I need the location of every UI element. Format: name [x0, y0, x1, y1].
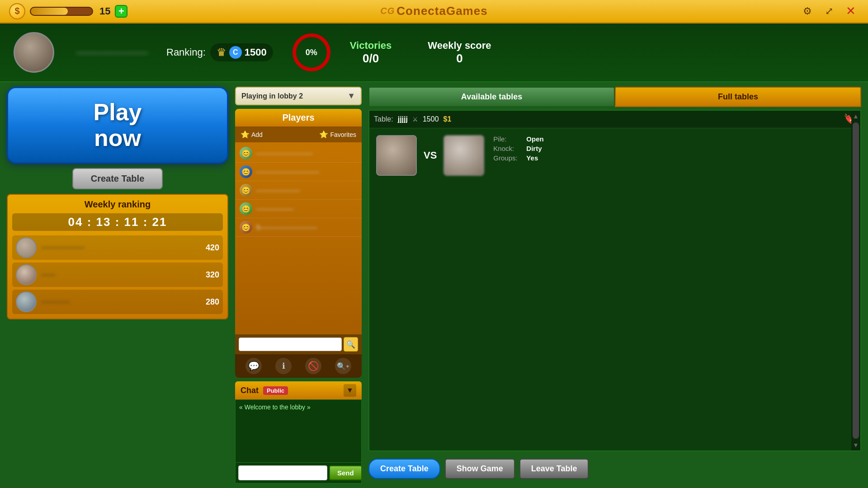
- block-action-button[interactable]: 🚫: [305, 358, 321, 374]
- players-vs: VS: [376, 135, 484, 176]
- table-name: jjjjj: [398, 115, 408, 123]
- create-table-bottom-button[interactable]: Create Table: [368, 459, 440, 479]
- ranking-badge: ♛ C 1500: [210, 43, 273, 61]
- table-scrollbar: ▲ ▼: [851, 111, 860, 450]
- ranking-name-2: ——: [41, 271, 201, 279]
- rank-score: 1500: [245, 47, 267, 58]
- player-list-avatar: 😊: [240, 165, 252, 178]
- chat-input[interactable]: [238, 465, 327, 480]
- knock-label: Knock:: [493, 145, 523, 152]
- player-list-name: ——————: [256, 205, 294, 212]
- close-button[interactable]: ✕: [843, 3, 859, 19]
- play-now-button[interactable]: Play now: [7, 87, 228, 164]
- chat-panel: Chat Public ▼ « Welcome to the lobby » S…: [235, 381, 362, 483]
- play-now-text: Play now: [94, 99, 142, 151]
- lobby-selector[interactable]: Playing in lobby 2 ▼: [235, 87, 362, 105]
- logo-text: ConectaGames: [396, 4, 487, 18]
- players-list: 😊 ————————— 😊 —————————— 😊 ——————— 😊 ———…: [235, 142, 362, 334]
- ranking-name-3: ————: [41, 298, 201, 306]
- table-label: Table:: [374, 115, 393, 123]
- ranking-item: ———— 280: [12, 290, 223, 314]
- players-title: Players: [235, 109, 362, 127]
- chat-dropdown-button[interactable]: ▼: [344, 384, 356, 397]
- tab-available-tables[interactable]: Available tables: [368, 87, 615, 107]
- tab-favorites-label: Favorites: [330, 131, 356, 138]
- coin-bar: [30, 7, 93, 16]
- weekly-ranking-title: Weekly ranking: [12, 199, 223, 210]
- player-list-avatar: 😊: [240, 221, 252, 234]
- favorites-star-icon: ⭐: [319, 130, 328, 139]
- groups-label: Groups:: [493, 154, 523, 162]
- tab-favorites[interactable]: ⭐ Favorites: [317, 129, 358, 140]
- top-bar-left: $ 15 +: [9, 3, 127, 19]
- chat-public-badge: Public: [263, 386, 288, 395]
- table-bottom-buttons: Create Table Show Game Leave Table: [368, 454, 861, 483]
- table-info-groups: Groups: Yes: [493, 154, 543, 162]
- victories-label: Victories: [350, 40, 392, 52]
- search-button[interactable]: 🔍: [344, 337, 358, 352]
- ranking-name-1: ——————: [41, 244, 201, 252]
- table-info-pile: Pile: Open: [493, 135, 543, 143]
- progress-circle-container: 0%: [291, 32, 332, 73]
- show-game-button[interactable]: Show Game: [445, 459, 515, 479]
- list-item: 😊 ———————: [235, 181, 362, 200]
- tab-add-label: Add: [251, 131, 263, 138]
- right-panel: Available tables Full tables Table: jjjj…: [368, 87, 861, 483]
- ranking-item: —— 320: [12, 263, 223, 287]
- add-coins-button[interactable]: +: [115, 5, 127, 18]
- chat-header: Chat Public ▼: [235, 381, 362, 399]
- pile-label: Pile:: [493, 135, 523, 143]
- create-table-button-left[interactable]: Create Table: [72, 168, 163, 189]
- pile-value: Open: [526, 135, 543, 143]
- table-player-avatar-1: [376, 135, 417, 176]
- ranking-score-3: 280: [206, 297, 219, 307]
- settings-button[interactable]: ⚙: [799, 3, 816, 19]
- weekly-ranking-panel: Weekly ranking 04 : 13 : 11 : 21 —————— …: [7, 194, 228, 319]
- chat-body: « Welcome to the lobby »: [235, 399, 362, 463]
- info-action-button[interactable]: ℹ: [275, 358, 292, 374]
- countdown-timer: 04 : 13 : 11 : 21: [12, 213, 223, 231]
- search-input[interactable]: [239, 338, 342, 351]
- top-right-icons: ⚙ ⤢ ✕: [799, 3, 859, 19]
- leave-table-button[interactable]: Leave Table: [519, 459, 589, 479]
- ranking-avatar-1: [16, 237, 37, 258]
- coin-icon: $: [9, 3, 25, 19]
- player-list-avatar: 😊: [240, 202, 252, 215]
- coin-count: 15: [99, 5, 110, 17]
- ranking-score-2: 320: [206, 270, 219, 280]
- players-actions: 💬 ℹ 🚫 🔍+: [235, 354, 362, 378]
- table-player-avatar-2: [443, 135, 484, 176]
- player-list-name: —————————: [256, 150, 313, 157]
- resize-button[interactable]: ⤢: [821, 3, 837, 19]
- scrollbar-down-button[interactable]: ▼: [853, 441, 859, 449]
- logo: CG ConectaGames: [380, 4, 487, 18]
- tab-full-tables[interactable]: Full tables: [615, 87, 861, 107]
- chat-welcome-message: « Welcome to the lobby »: [239, 404, 358, 411]
- knock-value: Dirty: [526, 145, 542, 152]
- ranking-avatar-3: [16, 291, 37, 312]
- chat-title: Chat: [241, 386, 259, 395]
- crown-icon: ♛: [217, 46, 226, 59]
- table-info-knock: Knock: Dirty: [493, 145, 543, 152]
- list-item: 😊 ——————: [235, 200, 362, 218]
- tab-add[interactable]: ⭐ Add: [239, 129, 264, 140]
- scrollbar-thumb[interactable]: [853, 122, 859, 439]
- ranking-item: —————— 420: [12, 235, 223, 260]
- chat-send-button[interactable]: Send: [329, 465, 362, 480]
- left-panel: Play now Create Table Weekly ranking 04 …: [7, 87, 228, 483]
- player-list-name: ——————————: [256, 168, 319, 175]
- table-ranking-value: 1500: [423, 115, 439, 123]
- chat-input-row: Send: [235, 463, 362, 483]
- lobby-dropdown-arrow: ▼: [347, 91, 355, 101]
- table-info: Pile: Open Knock: Dirty Groups: Yes: [493, 135, 543, 162]
- table-cost: $1: [443, 115, 452, 123]
- player-list-name: S—————————: [256, 224, 317, 231]
- progress-percent: 0%: [306, 48, 317, 57]
- scrollbar-up-button[interactable]: ▲: [853, 113, 859, 120]
- chat-action-button[interactable]: 💬: [245, 358, 262, 374]
- list-item: 😊 S—————————: [235, 218, 362, 237]
- player-info-bar: ———————— Ranking: ♛ C 1500 0% Victories …: [0, 23, 868, 82]
- player-name: ————————: [76, 47, 148, 58]
- list-item: 😊 —————————: [235, 144, 362, 163]
- add-friend-action-button[interactable]: 🔍+: [335, 358, 351, 374]
